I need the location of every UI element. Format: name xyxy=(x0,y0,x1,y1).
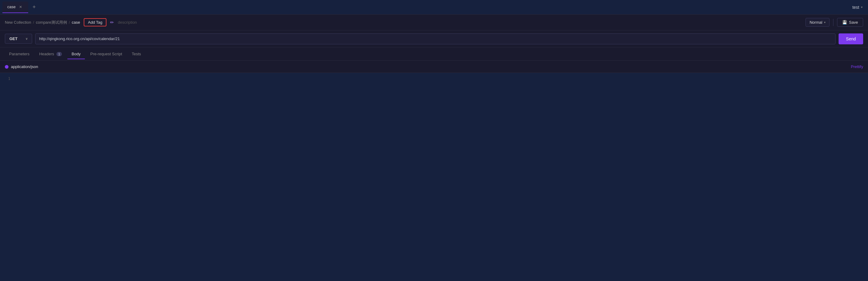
tab-close-icon[interactable]: ✕ xyxy=(18,4,23,10)
send-button[interactable]: Send xyxy=(839,33,863,44)
tab-parameters-label: Parameters xyxy=(9,52,29,56)
prettify-button[interactable]: Prettify xyxy=(851,64,863,69)
env-selector[interactable]: test ▾ xyxy=(849,4,866,11)
tab-headers-label: Headers xyxy=(39,52,54,56)
breadcrumb-sep1: / xyxy=(33,20,34,25)
tab-bar: case ✕ + test ▾ xyxy=(0,0,868,15)
code-line-1: 1 xyxy=(0,75,868,82)
tab-label: case xyxy=(7,5,16,9)
method-value: GET xyxy=(9,36,18,41)
tab-tests-label: Tests xyxy=(132,52,141,56)
tab-pre-request-script[interactable]: Pre-request Script xyxy=(86,49,126,59)
env-value: test xyxy=(852,5,859,10)
method-selector[interactable]: GET ∨ xyxy=(5,34,32,44)
breadcrumb-collection: New Collection xyxy=(5,20,31,25)
save-button[interactable]: 💾 Save xyxy=(837,18,863,27)
save-icon: 💾 xyxy=(842,20,847,25)
new-tab-button[interactable]: + xyxy=(29,3,38,12)
tab-pre-request-label: Pre-request Script xyxy=(90,52,122,56)
request-header: New Collection / compare测试用例 / case Add … xyxy=(0,15,868,30)
code-editor: 1 xyxy=(0,73,868,91)
headers-badge: 1 xyxy=(56,52,62,56)
tab-bar-right: test ▾ xyxy=(849,4,866,11)
tab-headers[interactable]: Headers 1 xyxy=(35,49,66,59)
edit-icon[interactable]: ✏ xyxy=(110,20,114,25)
tab-tests[interactable]: Tests xyxy=(128,49,145,59)
tab-case[interactable]: case ✕ xyxy=(2,2,28,13)
normal-dropdown[interactable]: Normal ▾ xyxy=(806,18,830,27)
breadcrumb-sep2: / xyxy=(69,20,70,25)
add-tag-label: Add Tag xyxy=(88,20,102,25)
tab-body-label: Body xyxy=(71,52,81,56)
description-placeholder[interactable]: description xyxy=(118,20,802,25)
url-input[interactable] xyxy=(35,33,836,44)
header-right: Normal ▾ 💾 Save xyxy=(806,18,863,27)
breadcrumb-folder: compare测试用例 xyxy=(36,20,67,25)
tab-parameters[interactable]: Parameters xyxy=(5,49,34,59)
env-chevron-icon: ▾ xyxy=(861,5,863,9)
body-type-label[interactable]: application/json xyxy=(11,64,38,69)
normal-label: Normal xyxy=(809,20,822,25)
tabs-bar: Parameters Headers 1 Body Pre-request Sc… xyxy=(0,47,868,61)
line-number-1: 1 xyxy=(0,77,15,81)
method-chevron-icon: ∨ xyxy=(26,37,28,40)
save-label: Save xyxy=(849,20,858,25)
tab-body[interactable]: Body xyxy=(67,49,85,59)
normal-chevron-icon: ▾ xyxy=(824,21,826,24)
add-tag-button[interactable]: Add Tag xyxy=(84,18,106,26)
body-type-dot xyxy=(5,65,8,69)
breadcrumb: New Collection / compare测试用例 / case xyxy=(5,20,80,25)
main-empty-area xyxy=(0,91,868,281)
body-type-row: application/json Prettify xyxy=(0,61,868,73)
breadcrumb-current: case xyxy=(72,20,80,25)
vertical-divider xyxy=(833,19,833,26)
url-bar: GET ∨ Send xyxy=(0,30,868,47)
